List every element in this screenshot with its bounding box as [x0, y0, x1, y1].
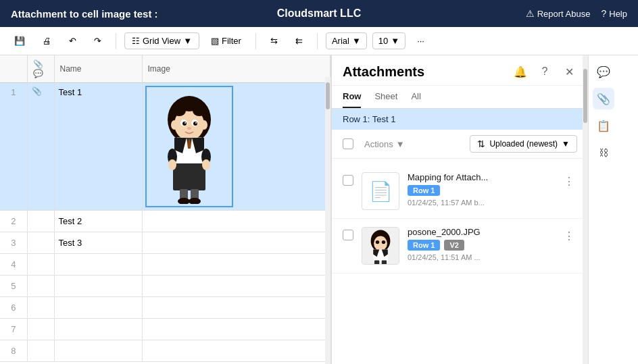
svg-point-9: [171, 120, 178, 130]
grid-view-button[interactable]: ☷ Grid View ▼: [124, 32, 199, 49]
row-num-8: 8: [0, 340, 27, 362]
th-name[interactable]: Name: [54, 55, 142, 83]
item-1-info: Mapping for Attach... Row 1 01/24/25, 11…: [408, 172, 553, 207]
row-4-image[interactable]: [142, 254, 330, 276]
bell-icon[interactable]: 🔔: [512, 63, 529, 80]
row-7-image[interactable]: [142, 319, 330, 340]
svg-point-13: [193, 105, 206, 116]
font-size-selector[interactable]: 10 ▼: [372, 32, 406, 49]
select-all-checkbox[interactable]: [343, 138, 353, 149]
svg-point-32: [376, 240, 379, 244]
svg-rect-37: [374, 261, 379, 265]
tab-row[interactable]: Row: [343, 86, 361, 108]
align-right-button[interactable]: ⇇: [289, 32, 309, 49]
row-3-name[interactable]: Test 3: [54, 232, 142, 254]
sidebar-chat-button[interactable]: 💬: [593, 61, 614, 82]
actions-button[interactable]: Actions ▼: [359, 136, 410, 152]
clip-icon: 📎: [32, 86, 42, 96]
grid-scrollbar-thumb[interactable]: [326, 82, 330, 109]
row-8-image[interactable]: [142, 340, 330, 362]
row-1-icons: 📎: [27, 83, 54, 211]
attachments-scrollbar[interactable]: [583, 55, 588, 364]
paperclip-icon: 📎: [597, 93, 610, 105]
item-1-more-button[interactable]: ⋮: [561, 172, 577, 190]
alert-icon: ⚠: [526, 8, 535, 19]
row-1-image[interactable]: [142, 83, 330, 211]
more-options-button[interactable]: ···: [411, 32, 431, 49]
save-button[interactable]: 💾: [8, 32, 31, 49]
table-row[interactable]: 6: [0, 297, 330, 319]
svg-point-6: [185, 122, 186, 124]
list-item[interactable]: 📄 Mapping for Attach... Row 1 01/24/25, …: [332, 164, 588, 219]
row-5-image[interactable]: [142, 276, 330, 297]
comment-icon: 💬: [33, 69, 43, 78]
filter-button[interactable]: ▧ Filter: [205, 32, 247, 49]
row-8-icons: [27, 340, 54, 362]
svg-rect-15: [173, 163, 205, 190]
help-circle-icon[interactable]: ?: [537, 63, 553, 80]
row-7-name[interactable]: [54, 319, 142, 340]
row-num-5: 5: [0, 276, 27, 297]
item-2-checkbox[interactable]: [343, 230, 353, 240]
attachments-toolbar: Actions ▼ ⇅ Uploaded (newest) ▼: [332, 130, 588, 159]
sort-button[interactable]: ⇅ Uploaded (newest) ▼: [470, 135, 577, 153]
row-2-image[interactable]: [142, 211, 330, 232]
item-1-badge: Row 1: [408, 185, 440, 196]
align-left-button[interactable]: ⇆: [264, 32, 284, 49]
row-3-image[interactable]: [142, 232, 330, 254]
row-num-3: 3: [0, 232, 27, 254]
svg-point-33: [382, 240, 385, 244]
row-2-name[interactable]: Test 2: [54, 211, 142, 232]
chevron-down-icon: ▼: [391, 36, 399, 46]
row-6-image[interactable]: [142, 297, 330, 319]
row-6-name[interactable]: [54, 297, 142, 319]
table-row[interactable]: 1 📎 Test 1: [0, 83, 330, 211]
tab-all[interactable]: All: [411, 86, 420, 108]
row-num-6: 6: [0, 297, 27, 319]
redo-icon: ↷: [94, 36, 101, 46]
font-selector[interactable]: Arial ▼: [326, 32, 367, 49]
redo-button[interactable]: ↷: [88, 32, 107, 49]
list-item[interactable]: posone_2000.JPG Row 1 V2 01/24/25, 11:51…: [332, 219, 588, 274]
sidebar-attachment-button[interactable]: 📎: [593, 88, 614, 109]
table-row[interactable]: 5: [0, 276, 330, 297]
attachments-list: 📄 Mapping for Attach... Row 1 01/24/25, …: [332, 159, 588, 364]
table-row[interactable]: 8: [0, 340, 330, 362]
report-abuse-link[interactable]: ⚠ Report Abuse: [526, 8, 591, 19]
undo-button[interactable]: ↶: [63, 32, 82, 49]
attachments-tabs: Row Sheet All: [332, 86, 588, 109]
print-button[interactable]: 🖨: [36, 32, 57, 49]
grid-scrollbar[interactable]: [325, 77, 330, 364]
chain-icon: ⛓: [599, 147, 608, 158]
table-row[interactable]: 3 Test 3: [0, 232, 330, 254]
svg-rect-38: [382, 261, 387, 265]
table-row[interactable]: 4: [0, 254, 330, 276]
attachments-title: Attachments: [343, 64, 512, 80]
toolbar-divider-2: [255, 33, 256, 49]
sidebar-link-button[interactable]: ⛓: [593, 142, 614, 163]
svg-point-24: [202, 159, 210, 170]
row-1-name[interactable]: Test 1: [54, 83, 142, 211]
row-8-name[interactable]: [54, 340, 142, 362]
th-row-num: [0, 55, 27, 83]
item-2-badge: Row 1: [408, 240, 440, 251]
th-image[interactable]: Image: [142, 55, 330, 83]
clip-icon: 📎: [33, 59, 43, 69]
attachments-header-icons: 🔔 ? ✕: [512, 63, 577, 80]
chevron-down-icon: ▼: [183, 36, 192, 46]
sidebar-book-button[interactable]: 📋: [593, 115, 614, 136]
row-num-1: 1: [0, 83, 27, 211]
tab-sheet[interactable]: Sheet: [374, 86, 397, 108]
item-2-more-button[interactable]: ⋮: [561, 227, 577, 245]
item-1-checkbox[interactable]: [343, 175, 353, 186]
close-icon[interactable]: ✕: [561, 63, 577, 80]
row-5-name[interactable]: [54, 276, 142, 297]
grid-icon: ☷: [132, 36, 140, 46]
help-link[interactable]: ? Help: [601, 8, 627, 19]
image-cell-preview[interactable]: [145, 86, 233, 207]
toolbar-divider-3: [317, 33, 318, 49]
attachments-scrollbar-thumb[interactable]: [583, 69, 587, 123]
row-4-name[interactable]: [54, 254, 142, 276]
table-row[interactable]: 2 Test 2: [0, 211, 330, 232]
table-row[interactable]: 7: [0, 319, 330, 340]
